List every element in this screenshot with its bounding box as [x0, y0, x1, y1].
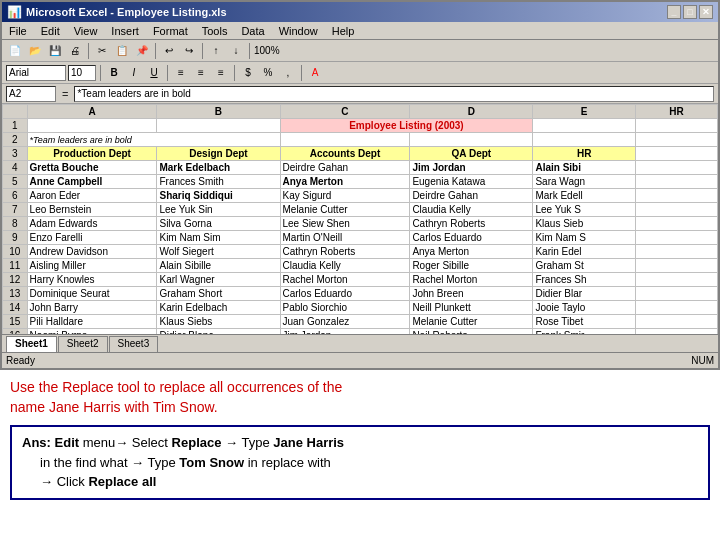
dept-hr[interactable]: HR — [533, 147, 636, 161]
maximize-button[interactable]: □ — [683, 5, 697, 19]
col-header-f[interactable]: HR — [635, 105, 717, 119]
menu-help[interactable]: Help — [329, 25, 358, 37]
copy-button[interactable]: 📋 — [113, 42, 131, 60]
align-center-button[interactable]: ≡ — [192, 64, 210, 82]
ans-arrow: → Click — [22, 474, 88, 489]
sheet-area: A B C D E HR 1 Employee Listing (2003) — [2, 104, 718, 334]
toolbar-standard: 📄 📂 💾 🖨 ✂ 📋 📌 ↩ ↪ ↑ ↓ 100% — [2, 40, 718, 62]
paste-button[interactable]: 📌 — [133, 42, 151, 60]
dept-design[interactable]: Design Dept — [157, 147, 280, 161]
open-button[interactable]: 📂 — [26, 42, 44, 60]
col-header-a[interactable]: A — [27, 105, 157, 119]
menu-tools[interactable]: Tools — [199, 25, 231, 37]
sheet-tab-1[interactable]: Sheet1 — [6, 336, 57, 352]
zoom-label: 100% — [254, 45, 280, 56]
table-row: 4 Gretta Bouche Mark Edelbach Deirdre Ga… — [3, 161, 718, 175]
table-row: 10 Andrew Davidson Wolf Siegert Cathryn … — [3, 245, 718, 259]
table-row: 9 Enzo Farelli Kim Nam Sim Martin O'Neil… — [3, 231, 718, 245]
menu-bar: File Edit View Insert Format Tools Data … — [2, 22, 718, 40]
ans-jane-harris: Jane Harris — [273, 435, 344, 450]
menu-window[interactable]: Window — [276, 25, 321, 37]
status-num: NUM — [691, 355, 714, 366]
cell-reference-box[interactable]: A2 — [6, 86, 56, 102]
table-row: 14 John Barry Karin Edelbach Pablo Siorc… — [3, 301, 718, 315]
status-left: Ready — [6, 355, 35, 366]
font-color-button[interactable]: A — [306, 64, 324, 82]
dept-accounts[interactable]: Accounts Dept — [280, 147, 410, 161]
new-button[interactable]: 📄 — [6, 42, 24, 60]
bold-button[interactable]: B — [105, 64, 123, 82]
sort-asc-button[interactable]: ↑ — [207, 42, 225, 60]
ans-indent: in the find what → Type — [22, 455, 179, 470]
menu-edit[interactable]: Edit — [38, 25, 63, 37]
answer-area: Ans: Edit menu→ Select Replace → Type Ja… — [10, 425, 710, 500]
underline-button[interactable]: U — [145, 64, 163, 82]
table-row: 12 Harry Knowles Karl Wagner Rachel Mort… — [3, 273, 718, 287]
excel-window: 📊 Microsoft Excel - Employee Listing.xls… — [0, 0, 720, 370]
align-left-button[interactable]: ≡ — [172, 64, 190, 82]
col-header-e[interactable]: E — [533, 105, 636, 119]
menu-format[interactable]: Format — [150, 25, 191, 37]
table-row: 15 Pili Halldare Klaus Siebs Juan Gonzal… — [3, 315, 718, 329]
table-row: 6 Aaron Eder Shariq Siddiqui Kay Sigurd … — [3, 189, 718, 203]
table-row: 1 Employee Listing (2003) — [3, 119, 718, 133]
ans-replace: Replace — [172, 435, 222, 450]
italic-button[interactable]: I — [125, 64, 143, 82]
instruction-area: Use the Replace tool to replace all occu… — [0, 370, 720, 421]
font-name-box[interactable]: Arial — [6, 65, 66, 81]
dept-qa[interactable]: QA Dept — [410, 147, 533, 161]
table-row: 11 Aisling Miller Alain Sibille Claudia … — [3, 259, 718, 273]
corner-header — [3, 105, 28, 119]
print-button[interactable]: 🖨 — [66, 42, 84, 60]
ans-replace-all: Replace all — [88, 474, 156, 489]
sheet-tab-2[interactable]: Sheet2 — [58, 336, 108, 352]
close-button[interactable]: ✕ — [699, 5, 713, 19]
ans-in-replace: in replace with — [248, 455, 331, 470]
ans-menu-text: menu→ Select — [83, 435, 172, 450]
table-row: 2 *Team leaders are in bold — [3, 133, 718, 147]
menu-data[interactable]: Data — [238, 25, 267, 37]
minimize-button[interactable]: _ — [667, 5, 681, 19]
comma-button[interactable]: , — [279, 64, 297, 82]
formula-bar: A2 = *Team leaders are in bold — [2, 84, 718, 104]
dept-production[interactable]: Production Dept — [27, 147, 157, 161]
cut-button[interactable]: ✂ — [93, 42, 111, 60]
menu-insert[interactable]: Insert — [108, 25, 142, 37]
font-size-box[interactable]: 10 — [68, 65, 96, 81]
formula-equals: = — [60, 88, 70, 100]
table-row: 3 Production Dept Design Dept Accounts D… — [3, 147, 718, 161]
title-bar: 📊 Microsoft Excel - Employee Listing.xls… — [2, 2, 718, 22]
col-header-c[interactable]: C — [280, 105, 410, 119]
table-row: 7 Leo Bernstein Lee Yuk Sin Melanie Cutt… — [3, 203, 718, 217]
ans-tom-snow: Tom Snow — [179, 455, 244, 470]
menu-view[interactable]: View — [71, 25, 101, 37]
formula-input[interactable]: *Team leaders are in bold — [74, 86, 714, 102]
col-header-d[interactable]: D — [410, 105, 533, 119]
status-bar: Ready NUM — [2, 352, 718, 368]
col-header-b[interactable]: B — [157, 105, 280, 119]
undo-button[interactable]: ↩ — [160, 42, 178, 60]
excel-icon: 📊 — [7, 5, 22, 19]
ans-edit: Edit — [55, 435, 80, 450]
toolbar-formatting: Arial 10 B I U ≡ ≡ ≡ $ % , A — [2, 62, 718, 84]
table-row: 16 Naomi Byrne Didier Blanc Jim Jordan N… — [3, 329, 718, 335]
instruction-text: Use the Replace tool to replace all occu… — [10, 378, 710, 417]
percent-button[interactable]: % — [259, 64, 277, 82]
ans-label: Ans: — [22, 435, 51, 450]
window-title: Microsoft Excel - Employee Listing.xls — [26, 6, 227, 18]
table-row: 5 Anne Campbell Frances Smith Anya Merto… — [3, 175, 718, 189]
sheet-tab-bar: Sheet1 Sheet2 Sheet3 — [2, 334, 718, 352]
sheet-tab-3[interactable]: Sheet3 — [109, 336, 159, 352]
table-row: 8 Adam Edwards Silva Gorna Lee Siew Shen… — [3, 217, 718, 231]
align-right-button[interactable]: ≡ — [212, 64, 230, 82]
currency-button[interactable]: $ — [239, 64, 257, 82]
menu-file[interactable]: File — [6, 25, 30, 37]
save-button[interactable]: 💾 — [46, 42, 64, 60]
sort-desc-button[interactable]: ↓ — [227, 42, 245, 60]
table-row: 13 Dominique Seurat Graham Short Carlos … — [3, 287, 718, 301]
redo-button[interactable]: ↪ — [180, 42, 198, 60]
ans-type-text: → Type — [225, 435, 273, 450]
